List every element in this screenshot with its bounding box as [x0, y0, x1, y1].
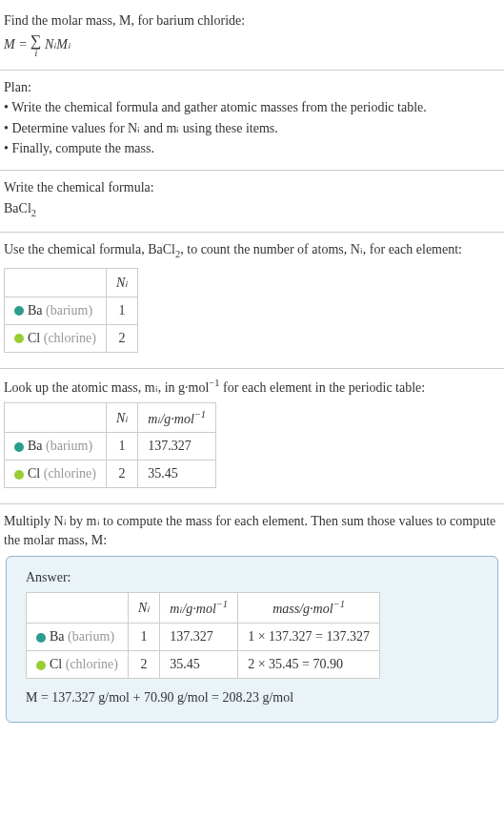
- sigma-sub: i: [30, 48, 41, 58]
- chemical-formula: BaCl2: [4, 199, 500, 220]
- molar-mass-formula: M = ∑i NᵢMᵢ: [4, 32, 500, 58]
- element-cell: Ba (barium): [5, 433, 107, 460]
- n-value: 1: [106, 433, 137, 460]
- am-post: for each element in the periodic table:: [219, 379, 425, 394]
- atomic-mass-section: Look up the atomic mass, mᵢ, in g·mol−1 …: [0, 369, 504, 505]
- formula-lhs: M =: [4, 36, 30, 51]
- header-empty: [27, 593, 129, 624]
- intro-section: Find the molar mass, M, for barium chlor…: [0, 4, 504, 71]
- answer-label: Answer:: [26, 568, 478, 587]
- m-value: 35.45: [160, 650, 238, 678]
- table-header-row: Nᵢ mᵢ/g·mol−1 mass/g·mol−1: [27, 593, 380, 624]
- write-formula-title: Write the chemical formula:: [4, 178, 500, 197]
- sigma-wrap: ∑i: [30, 32, 41, 58]
- element-symbol: Cl: [50, 657, 62, 671]
- element-dot-icon: [14, 442, 24, 452]
- header-m: mᵢ/g·mol−1: [160, 593, 238, 624]
- element-symbol: Ba: [50, 629, 65, 644]
- element-symbol: Cl: [28, 466, 40, 481]
- element-symbol: Cl: [28, 331, 40, 345]
- am-sup: −1: [209, 378, 219, 388]
- intro-line: Find the molar mass, M, for barium chlor…: [4, 11, 500, 31]
- n-value: 1: [106, 297, 137, 324]
- table-row: Ba (barium) 1: [5, 297, 138, 324]
- mass-value: 1 × 137.327 = 137.327: [238, 623, 380, 650]
- table-header-row: Nᵢ: [5, 268, 138, 297]
- formula-rhs: NᵢMᵢ: [42, 36, 71, 51]
- plan-section: Plan: • Write the chemical formula and g…: [0, 71, 504, 171]
- table-row: Cl (chlorine) 2: [5, 324, 138, 352]
- n-value: 2: [106, 324, 137, 352]
- atomic-mass-text: Look up the atomic mass, mᵢ, in g·mol−1 …: [4, 377, 500, 397]
- count-table: Nᵢ Ba (barium) 1 Cl (chlorine) 2: [4, 268, 138, 353]
- m-value: 137.327: [160, 623, 238, 650]
- answer-table: Nᵢ mᵢ/g·mol−1 mass/g·mol−1 Ba (barium) 1…: [26, 592, 380, 679]
- header-empty: [5, 402, 107, 433]
- plan-bullet-3: • Finally, compute the mass.: [4, 139, 500, 158]
- count-atoms-text: Use the chemical formula, BaCl2, to coun…: [4, 240, 500, 261]
- header-mass: mass/g·mol−1: [238, 593, 380, 624]
- count-post: , to count the number of atoms, Nᵢ, for …: [180, 242, 462, 256]
- header-empty: [5, 268, 107, 297]
- write-formula-section: Write the chemical formula: BaCl2: [0, 171, 504, 233]
- am-pre: Look up the atomic mass, mᵢ, in g·mol: [4, 379, 209, 394]
- answer-box: Answer: Nᵢ mᵢ/g·mol−1 mass/g·mol−1 Ba (b…: [6, 556, 498, 724]
- m-value: 35.45: [138, 460, 216, 488]
- header-m: mᵢ/g·mol−1: [138, 402, 216, 433]
- formula-main: BaCl: [4, 201, 31, 215]
- table-header-row: Nᵢ mᵢ/g·mol−1: [5, 402, 216, 433]
- element-name: (barium): [46, 303, 92, 317]
- element-name: (chlorine): [44, 466, 96, 481]
- element-dot-icon: [14, 306, 24, 316]
- header-n: Nᵢ: [106, 268, 137, 297]
- element-symbol: Ba: [28, 439, 43, 453]
- element-symbol: Ba: [28, 303, 43, 317]
- plan-title: Plan:: [4, 78, 500, 97]
- count-atoms-section: Use the chemical formula, BaCl2, to coun…: [0, 233, 504, 368]
- element-dot-icon: [36, 661, 46, 670]
- multiply-text: Multiply Nᵢ by mᵢ to compute the mass fo…: [4, 512, 500, 549]
- element-cell: Cl (chlorine): [5, 460, 107, 488]
- table-row: Ba (barium) 1 137.327: [5, 433, 216, 460]
- mass-value: 2 × 35.45 = 70.90: [238, 650, 380, 678]
- table-row: Cl (chlorine) 2 35.45 2 × 35.45 = 70.90: [27, 650, 380, 678]
- element-name: (barium): [68, 629, 114, 644]
- element-cell: Cl (chlorine): [5, 324, 107, 352]
- header-n: Nᵢ: [106, 402, 137, 433]
- formula-sub: 2: [31, 207, 36, 217]
- element-dot-icon: [36, 633, 46, 643]
- element-name: (chlorine): [66, 657, 118, 671]
- n-value: 2: [106, 460, 137, 488]
- table-row: Ba (barium) 1 137.327 1 × 137.327 = 137.…: [27, 623, 380, 650]
- element-dot-icon: [14, 334, 24, 343]
- element-cell: Ba (barium): [27, 623, 129, 650]
- element-cell: Ba (barium): [5, 297, 107, 324]
- element-cell: Cl (chlorine): [27, 650, 129, 678]
- element-name: (chlorine): [44, 331, 96, 345]
- n-value: 1: [128, 623, 159, 650]
- n-value: 2: [128, 650, 159, 678]
- atomic-mass-table: Nᵢ mᵢ/g·mol−1 Ba (barium) 1 137.327 Cl (…: [4, 402, 216, 489]
- m-value: 137.327: [138, 433, 216, 460]
- plan-bullet-2: • Determine values for Nᵢ and mᵢ using t…: [4, 119, 500, 138]
- element-dot-icon: [14, 470, 24, 480]
- multiply-section: Multiply Nᵢ by mᵢ to compute the mass fo…: [0, 504, 504, 734]
- header-n: Nᵢ: [128, 593, 159, 624]
- element-name: (barium): [46, 439, 92, 453]
- plan-bullet-1: • Write the chemical formula and gather …: [4, 98, 500, 117]
- count-pre: Use the chemical formula, BaCl: [4, 242, 175, 256]
- sigma-symbol: ∑: [30, 32, 41, 49]
- table-row: Cl (chlorine) 2 35.45: [5, 460, 216, 488]
- answer-result: M = 137.327 g/mol + 70.90 g/mol = 208.23…: [26, 688, 478, 707]
